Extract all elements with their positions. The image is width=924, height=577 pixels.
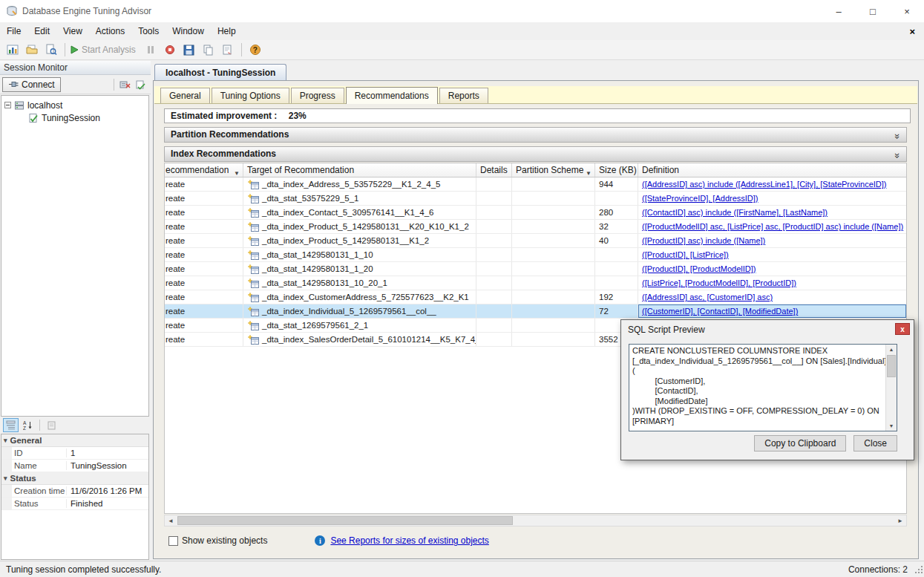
script-preview-box: CREATE NONCLUSTERED COLUMNSTORE INDEX [_…: [629, 344, 897, 431]
recommendation-row[interactable]: reate_dta_index_Individual_5_1269579561_…: [165, 304, 906, 319]
pause-analysis-button[interactable]: [142, 42, 160, 58]
definition-link[interactable]: ([AddressID] asc) include ([AddressLine1…: [642, 177, 887, 191]
menu-file[interactable]: File: [0, 22, 27, 40]
partition-recommendations-header[interactable]: Partition Recommendations »: [164, 127, 907, 143]
recommendation-row[interactable]: reate_dta_stat_1429580131_10_20_1([ListP…: [165, 276, 906, 290]
minimize-button[interactable]: –: [822, 0, 856, 22]
tab-recommendations[interactable]: Recommendations: [346, 87, 438, 104]
recommendation-row[interactable]: reate_dta_index_Contact_5_309576141__K1_…: [165, 206, 906, 220]
definition-link[interactable]: ([ProductID], [ProductModelID]): [642, 262, 756, 276]
menu-view[interactable]: View: [56, 22, 89, 40]
recommendation-row[interactable]: reate_dta_stat_53575229_5_1([StateProvin…: [165, 192, 906, 206]
horizontal-scrollbar[interactable]: ◄ ►: [164, 515, 907, 527]
stop-analysis-button[interactable]: [161, 42, 179, 58]
maximize-button[interactable]: □: [856, 0, 890, 22]
scroll-left-icon[interactable]: ◄: [165, 515, 177, 526]
definition-link[interactable]: ([ListPrice], [ProductModelID], [Product…: [642, 276, 796, 290]
column-definition[interactable]: Definition: [638, 163, 906, 177]
tab-tuning-options[interactable]: Tuning Options: [212, 88, 289, 103]
recommendation-row[interactable]: reate_dta_index_CustomerAddress_5_725577…: [165, 290, 906, 304]
dialog-close-button[interactable]: x: [895, 323, 910, 335]
row-action: reate: [165, 333, 243, 346]
property-category-general[interactable]: ▾ General: [1, 434, 148, 447]
scroll-up-icon[interactable]: ▲: [886, 345, 897, 354]
row-action: reate: [165, 248, 243, 261]
property-row-status[interactable]: Status Finished: [1, 498, 148, 510]
tree-node-localhost[interactable]: localhost: [1, 99, 148, 111]
definition-link[interactable]: ([ContactID] asc) include ([FirstName], …: [642, 206, 828, 219]
property-row-id[interactable]: ID 1: [1, 447, 148, 460]
scrollbar-thumb[interactable]: [177, 516, 513, 525]
definition-link[interactable]: ([StateProvinceID], [AddressID]): [642, 192, 758, 205]
recommendation-row[interactable]: reate_dta_index_Address_5_53575229__K1_2…: [165, 177, 906, 192]
view-session-button[interactable]: [42, 42, 60, 58]
mdi-close-icon[interactable]: ×: [909, 26, 915, 37]
script-scrollbar[interactable]: ▲ ▼: [885, 345, 897, 431]
property-row-name[interactable]: Name TuningSession: [1, 460, 148, 472]
collapse-icon[interactable]: [4, 102, 11, 108]
new-session-button[interactable]: [4, 42, 22, 58]
delete-session-button[interactable]: [117, 77, 133, 92]
refresh-session-button[interactable]: [133, 77, 148, 92]
column-target[interactable]: Target of Recommendation: [243, 163, 476, 177]
recommendation-row[interactable]: reate_dta_stat_1429580131_1_20([ProductI…: [165, 262, 906, 276]
copy-button[interactable]: [200, 42, 217, 58]
table-header: ecommendation▼ Target of Recommendation …: [165, 163, 906, 177]
column-details[interactable]: Details: [476, 163, 512, 177]
start-analysis-button[interactable]: Start Analysis: [70, 42, 140, 58]
column-size[interactable]: Size (KB): [595, 163, 638, 177]
alphabetical-sort-button[interactable]: AZ: [20, 418, 36, 432]
toolbar: Start Analysis ?: [0, 40, 924, 60]
open-session-button[interactable]: [23, 42, 41, 58]
expand-section-icon[interactable]: »: [891, 134, 905, 139]
scroll-down-icon[interactable]: ▼: [886, 421, 897, 431]
menu-tools[interactable]: Tools: [131, 22, 166, 40]
recommendation-row[interactable]: reate_dta_stat_1429580131_1_10([ProductI…: [165, 248, 906, 262]
apply-recommendations-button[interactable]: [219, 42, 237, 58]
tree-node-tuningsession[interactable]: TuningSession: [1, 111, 148, 124]
column-recommendation[interactable]: ecommendation▼: [165, 163, 243, 177]
index-recommendations-header[interactable]: Index Recommendations »: [164, 146, 907, 162]
property-category-status[interactable]: ▾ Status: [1, 472, 148, 485]
expand-section-icon[interactable]: »: [891, 153, 905, 158]
resize-grip[interactable]: [915, 572, 917, 573]
tab-reports[interactable]: Reports: [439, 88, 488, 103]
recommendation-row[interactable]: reate_dta_index_Product_5_1429580131__K1…: [165, 234, 906, 248]
row-partition-scheme: [512, 234, 595, 247]
filter-dropdown-icon[interactable]: ▼: [234, 167, 240, 177]
menu-edit[interactable]: Edit: [27, 22, 56, 40]
export-session-button[interactable]: [180, 42, 198, 58]
row-details: [476, 234, 512, 247]
session-document-tab[interactable]: localhost - TuningSession: [154, 64, 286, 80]
section-title: Partition Recommendations: [171, 129, 289, 140]
recommendation-row[interactable]: reate_dta_index_Product_5_1429580131__K2…: [165, 220, 906, 234]
menu-help[interactable]: Help: [211, 22, 243, 40]
pause-icon: [148, 46, 154, 53]
column-partition-scheme[interactable]: Partition Scheme▼: [512, 163, 595, 177]
property-row-creation-time[interactable]: Creation time 11/6/2016 1:26 PM: [1, 485, 148, 498]
property-pages-button[interactable]: [44, 418, 59, 432]
menu-window[interactable]: Window: [166, 22, 211, 40]
filter-dropdown-icon[interactable]: ▼: [586, 167, 592, 177]
definition-link[interactable]: ([CustomerID], [ContactID], [ModifiedDat…: [642, 304, 798, 318]
copy-to-clipboard-button[interactable]: Copy to Clipboard: [754, 435, 846, 452]
tab-progress[interactable]: Progress: [291, 88, 344, 103]
tab-general[interactable]: General: [160, 88, 210, 103]
help-button[interactable]: ?: [246, 42, 264, 58]
categorized-view-button[interactable]: [3, 418, 19, 432]
section-title: Index Recommendations: [171, 149, 276, 159]
row-partition-scheme: [512, 333, 595, 346]
scroll-right-icon[interactable]: ►: [894, 515, 906, 526]
scrollbar-thumb[interactable]: [887, 355, 896, 377]
definition-link[interactable]: ([AddressID] asc, [CustomerID] asc): [642, 290, 773, 304]
close-button[interactable]: ×: [890, 0, 924, 22]
menu-actions[interactable]: Actions: [89, 22, 131, 40]
definition-link[interactable]: ([ProductID] asc) include ([Name]): [642, 234, 765, 247]
row-definition: ([ProductID] asc) include ([Name]): [638, 234, 906, 247]
definition-link[interactable]: ([ProductModelID] asc, [ListPrice] asc, …: [642, 220, 903, 233]
dialog-close-action-button[interactable]: Close: [853, 435, 897, 452]
show-existing-objects-checkbox[interactable]: [168, 536, 178, 546]
definition-link[interactable]: ([ProductID], [ListPrice]): [642, 248, 729, 261]
reports-link[interactable]: See Reports for sizes of existing object…: [330, 535, 488, 546]
connect-button[interactable]: Connect: [2, 77, 61, 92]
